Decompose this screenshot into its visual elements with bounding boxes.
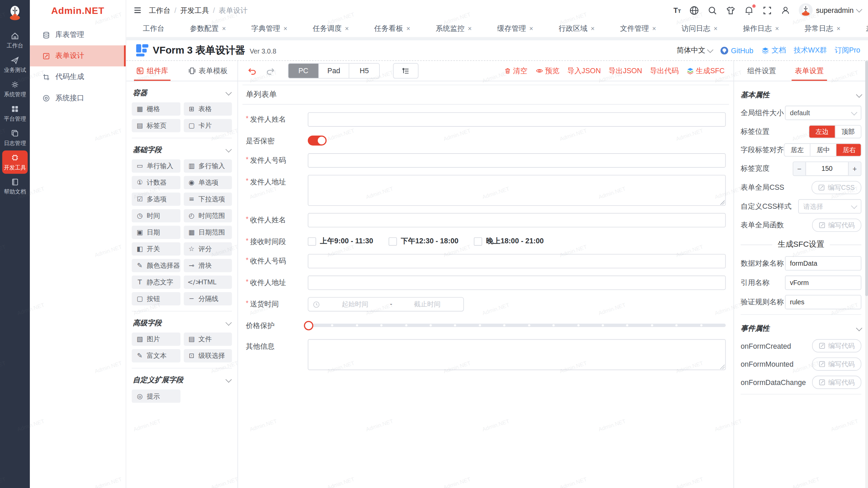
- redo-icon[interactable]: [266, 66, 276, 75]
- widget-item[interactable]: ✎富文本: [132, 349, 180, 362]
- global-size-select[interactable]: default: [785, 106, 861, 120]
- action-link[interactable]: 导入JSON: [567, 66, 601, 76]
- page-tab[interactable]: 字典管理×: [247, 22, 292, 35]
- widget-item[interactable]: </>HTML: [183, 276, 232, 289]
- text-input[interactable]: [308, 276, 726, 290]
- theme-skin-icon[interactable]: [726, 5, 736, 15]
- widget-item[interactable]: ▢卡片: [183, 119, 232, 132]
- tab-form-settings[interactable]: 表单设置: [795, 61, 824, 81]
- node-tree-button[interactable]: [393, 63, 418, 79]
- close-tab-icon[interactable]: ×: [283, 25, 287, 32]
- slider-handle[interactable]: [304, 321, 313, 330]
- rail-item-copy[interactable]: 日志管理: [2, 126, 28, 149]
- device-pc-button[interactable]: PC: [289, 64, 319, 78]
- form-field-input[interactable]: *收件人地址: [246, 276, 726, 290]
- text-input[interactable]: vForm: [785, 276, 861, 290]
- page-tab[interactable]: 参数配置×: [185, 22, 230, 35]
- action-link[interactable]: 导出JSON: [609, 66, 642, 76]
- widget-item[interactable]: ▦栅格: [132, 102, 180, 116]
- checkbox-icon[interactable]: [389, 237, 397, 245]
- close-tab-icon[interactable]: ×: [836, 25, 840, 32]
- docs-link[interactable]: 文档: [761, 45, 786, 55]
- form-field-switch[interactable]: 是否保密: [246, 134, 726, 146]
- language-select[interactable]: 简体中文: [677, 45, 713, 55]
- user-menu[interactable]: superadmin: [799, 3, 861, 17]
- page-tab[interactable]: 差异日志×: [862, 22, 868, 35]
- stepper-increase-button[interactable]: +: [848, 162, 861, 175]
- page-tab[interactable]: 异常日志×: [800, 22, 845, 35]
- tab-component-settings[interactable]: 组件设置: [747, 61, 776, 81]
- close-tab-icon[interactable]: ×: [775, 25, 779, 32]
- checkbox-option[interactable]: 上午9:00 - 11:30: [308, 236, 373, 246]
- text-input[interactable]: [308, 254, 726, 268]
- form-field-slider[interactable]: 价格保护: [246, 319, 726, 332]
- widget-item[interactable]: ◷时间: [132, 209, 180, 222]
- widget-section-header[interactable]: 自定义扩展字段: [132, 373, 232, 389]
- edit-css-button[interactable]: 编写CSS: [812, 181, 861, 194]
- widget-item[interactable]: ▣日期: [132, 226, 180, 239]
- checkbox-icon[interactable]: [474, 237, 482, 245]
- font-size-icon[interactable]: TT: [673, 5, 681, 15]
- widget-item[interactable]: ▤标签页: [132, 119, 180, 132]
- submenu-item-edit[interactable]: 表单设计: [30, 45, 125, 66]
- scrollbar[interactable]: [865, 61, 868, 488]
- form-field-input[interactable]: *收件人姓名: [246, 213, 726, 227]
- action-link[interactable]: 导出代码: [650, 66, 679, 76]
- close-tab-icon[interactable]: ×: [468, 25, 472, 32]
- close-tab-icon[interactable]: ×: [591, 25, 594, 32]
- breadcrumb-item[interactable]: 开发工具: [180, 5, 209, 15]
- notifications-bell-icon[interactable]: [744, 5, 754, 15]
- close-tab-icon[interactable]: ×: [529, 25, 533, 32]
- toggle-switch-on[interactable]: [308, 136, 327, 145]
- widget-item[interactable]: ◧开关: [132, 242, 180, 256]
- checkbox-option[interactable]: 晚上18:00 - 21:00: [474, 236, 544, 246]
- close-tab-icon[interactable]: ×: [714, 25, 717, 32]
- label-align-option[interactable]: 居左: [784, 144, 810, 156]
- text-input[interactable]: formData: [785, 256, 861, 270]
- stepper-value[interactable]: 150: [806, 162, 848, 175]
- page-tab[interactable]: 任务调度×: [308, 22, 353, 35]
- label-align-option[interactable]: 居中: [810, 144, 836, 156]
- widget-item[interactable]: ✎颜色选择器: [132, 259, 180, 272]
- rail-item-book[interactable]: 帮助文档: [2, 175, 28, 198]
- tab-component-library[interactable]: 组件库: [136, 61, 169, 81]
- widget-item[interactable]: ▧图片: [132, 332, 180, 346]
- github-link[interactable]: GitHub: [721, 46, 753, 54]
- form-field-textarea[interactable]: 其他信息: [246, 339, 726, 370]
- device-pad-button[interactable]: Pad: [319, 64, 349, 78]
- label-position-option[interactable]: 顶部: [835, 126, 861, 138]
- action-layers[interactable]: 生成SFC: [686, 66, 725, 76]
- scrollbar-thumb[interactable]: [865, 61, 868, 296]
- profile-icon[interactable]: [781, 5, 790, 15]
- close-tab-icon[interactable]: ×: [652, 25, 656, 32]
- submenu-item-crop[interactable]: 代码生成: [30, 66, 125, 87]
- checkbox-icon[interactable]: [308, 237, 316, 245]
- widget-item[interactable]: ①计数器: [132, 176, 180, 189]
- page-tab[interactable]: 任务看板×: [370, 22, 415, 35]
- edit-global-fn-button[interactable]: 编写代码: [812, 219, 861, 232]
- stepper-decrease-button[interactable]: −: [793, 162, 806, 175]
- edit-code-button[interactable]: 编写代码: [812, 376, 861, 389]
- page-tab[interactable]: 访问日志×: [677, 22, 722, 35]
- page-tab[interactable]: 文件管理×: [616, 22, 660, 35]
- widget-item[interactable]: ≡下拉选项: [183, 192, 232, 206]
- page-tab[interactable]: 缓存管理×: [493, 22, 537, 35]
- search-icon[interactable]: [708, 5, 717, 15]
- widget-item[interactable]: ◎提示: [132, 389, 180, 403]
- wx-group-link[interactable]: 技术WX群: [794, 45, 827, 55]
- form-field-input[interactable]: *发件人姓名: [246, 112, 726, 126]
- action-trash[interactable]: 清空: [504, 66, 527, 76]
- label-align-option[interactable]: 居右: [836, 144, 861, 156]
- widget-item[interactable]: T静态文字: [132, 276, 180, 289]
- widget-item[interactable]: ⊞表格: [183, 102, 232, 116]
- widget-item[interactable]: ⊸滑块: [183, 259, 232, 272]
- page-tab[interactable]: 工作台: [138, 22, 169, 35]
- tab-form-templates[interactable]: 表单模板: [188, 61, 228, 81]
- widget-item[interactable]: ☑多选项: [132, 192, 180, 206]
- undo-icon[interactable]: [247, 66, 257, 75]
- widget-item[interactable]: ─分隔线: [183, 292, 232, 305]
- checkbox-option[interactable]: 下午12:30 - 18:00: [389, 236, 458, 246]
- textarea-input[interactable]: [308, 175, 726, 206]
- text-input[interactable]: [308, 213, 726, 227]
- edit-code-button[interactable]: 编写代码: [812, 339, 861, 352]
